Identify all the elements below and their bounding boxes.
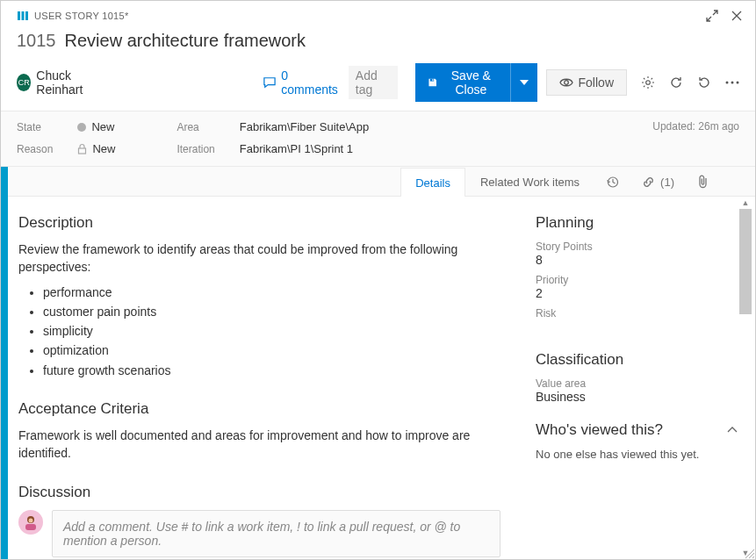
svg-point-7 (726, 82, 729, 84)
tab-history[interactable] (594, 167, 630, 196)
scrollbar-thumb[interactable] (739, 209, 752, 314)
links-count: (1) (660, 176, 674, 189)
follow-button[interactable]: Follow (546, 69, 627, 96)
assignee-picker[interactable]: CR Chuck Reinhart (17, 68, 105, 97)
area-label: Area (176, 121, 214, 133)
maximize-icon[interactable] (704, 8, 720, 24)
svg-point-9 (737, 82, 739, 84)
save-button-label: Save & Close (444, 68, 497, 97)
iteration-label: Iteration (176, 143, 214, 155)
eye-icon (559, 77, 573, 88)
save-icon (428, 75, 437, 90)
acceptance-field[interactable]: Framework is well documented and areas f… (18, 427, 500, 463)
svg-point-6 (646, 81, 651, 85)
current-user-avatar (18, 510, 43, 535)
priority-field[interactable]: 2 (536, 286, 738, 300)
work-item-id: 1015 (17, 31, 56, 51)
updated-timestamp: Updated: 26m ago (652, 120, 739, 133)
tab-links[interactable]: (1) (630, 167, 686, 196)
user-story-icon (17, 10, 29, 22)
svg-rect-3 (430, 79, 434, 82)
risk-field[interactable] (536, 319, 738, 334)
avatar: CR (17, 74, 31, 91)
history-icon (606, 176, 619, 189)
tab-details[interactable]: Details (400, 168, 465, 197)
area-value: Fabrikam\Fiber Suite\App (240, 120, 369, 133)
description-intro: Review the framework to identify areas t… (18, 241, 500, 276)
side-panel: Planning Story Points 8 Priority 2 Risk … (518, 197, 755, 559)
svg-rect-2 (25, 11, 28, 20)
classification-heading: Classification (536, 351, 738, 369)
priority-label: Priority (536, 274, 738, 286)
iteration-value: Fabrikam\PI 1\Sprint 1 (240, 142, 353, 155)
planning-heading: Planning (536, 214, 738, 232)
attachment-icon (697, 175, 709, 189)
desc-bullet: performance (43, 284, 500, 301)
lock-icon (77, 143, 87, 154)
work-item-type-label: USER STORY 1015* (34, 11, 129, 21)
risk-label: Risk (536, 307, 738, 319)
desc-bullet: customer pain points (43, 303, 500, 320)
desc-bullet: optimization (43, 341, 500, 359)
link-icon (642, 176, 655, 189)
state-label: State (17, 121, 53, 133)
work-item-title[interactable]: Review architecture framework (65, 31, 306, 51)
desc-bullet: simplicity (43, 322, 500, 340)
area-field[interactable]: Fabrikam\Fiber Suite\App (240, 120, 369, 133)
whos-viewed-heading[interactable]: Who's viewed this? (536, 421, 738, 439)
value-area-label: Value area (536, 377, 738, 390)
undo-icon (697, 75, 711, 90)
gear-icon (641, 75, 655, 90)
settings-button[interactable] (636, 70, 660, 95)
story-points-field[interactable]: 8 (536, 253, 738, 267)
tab-related-work-items[interactable]: Related Work items (465, 167, 594, 196)
scroll-up-icon[interactable]: ▲ (739, 197, 752, 209)
whos-viewed-text: No one else has viewed this yet. (536, 448, 738, 461)
refresh-button[interactable] (664, 70, 688, 95)
vertical-scrollbar[interactable]: ▲ ▼ (741, 197, 753, 559)
main-content: Description Review the framework to iden… (1, 197, 518, 559)
comments-link[interactable]: 0 comments (263, 68, 340, 97)
svg-point-8 (731, 82, 734, 84)
reason-field[interactable]: New (77, 142, 115, 155)
tab-attachments[interactable] (686, 167, 720, 196)
desc-bullet: future growth scenarios (43, 362, 500, 379)
more-actions-button[interactable] (720, 70, 745, 95)
state-dot-icon (77, 123, 86, 132)
reason-value: New (92, 142, 115, 155)
svg-rect-0 (18, 11, 20, 20)
comment-icon (263, 76, 276, 89)
follow-label: Follow (579, 75, 614, 90)
reason-label: Reason (17, 143, 53, 155)
revert-button[interactable] (692, 70, 716, 95)
svg-point-5 (564, 81, 568, 85)
acceptance-heading: Acceptance Criteria (18, 400, 500, 418)
discussion-heading: Discussion (18, 484, 500, 501)
ellipsis-icon (725, 81, 739, 84)
comment-input[interactable]: Add a comment. Use # to link a work item… (52, 510, 500, 557)
value-area-field[interactable]: Business (536, 390, 738, 404)
state-field[interactable]: New (77, 120, 115, 133)
svg-point-14 (29, 518, 33, 522)
description-heading: Description (18, 214, 500, 232)
add-tag-button[interactable]: Add tag (349, 66, 398, 99)
state-value: New (91, 120, 114, 133)
close-icon[interactable] (729, 8, 745, 24)
comments-count: 0 comments (281, 68, 340, 97)
iteration-field[interactable]: Fabrikam\PI 1\Sprint 1 (240, 142, 369, 155)
chevron-up-icon (727, 427, 738, 434)
refresh-icon (669, 75, 683, 90)
resize-grip-icon[interactable] (744, 548, 754, 558)
svg-rect-10 (79, 148, 86, 154)
assignee-name: Chuck Reinhart (36, 68, 105, 97)
svg-rect-13 (25, 524, 36, 530)
save-and-close-button[interactable]: Save & Close (415, 63, 510, 102)
svg-rect-1 (22, 11, 25, 20)
description-field[interactable]: Review the framework to identify areas t… (18, 241, 500, 379)
chevron-down-icon (520, 80, 529, 85)
save-dropdown-button[interactable] (510, 63, 537, 102)
story-points-label: Story Points (536, 241, 738, 253)
svg-rect-4 (432, 79, 433, 81)
